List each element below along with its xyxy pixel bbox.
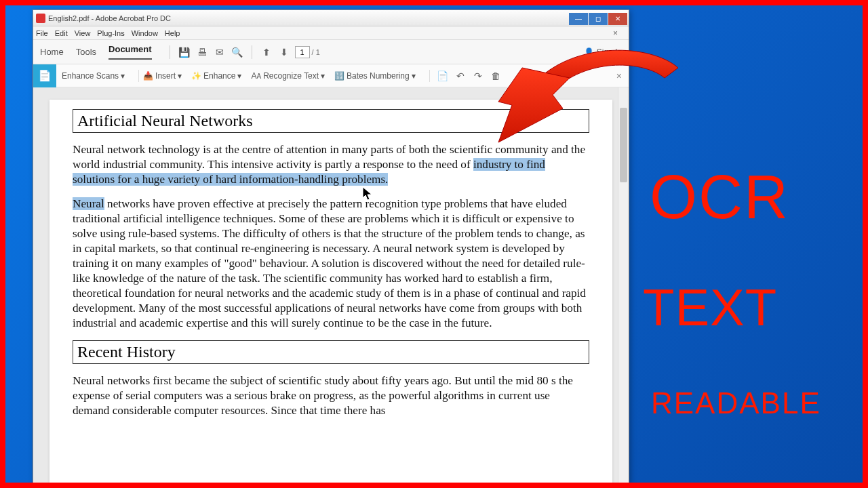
menu-file[interactable]: File [36, 29, 48, 37]
page-down-icon[interactable]: ⬇ [279, 47, 290, 58]
page-up-icon[interactable]: ⬆ [261, 47, 272, 58]
red-arrow-overlay [475, 41, 692, 176]
chevron-down-icon: ▾ [121, 71, 125, 81]
titlebar: English2.pdf - Adobe Acrobat Pro DC — ◻ … [33, 10, 629, 26]
undo-icon[interactable]: ↶ [455, 70, 466, 81]
overlay-text-readable: READABLE [651, 386, 821, 420]
enhance-icon: ✨ [191, 71, 201, 81]
insert-tool[interactable]: 📥Insert▾ [143, 71, 182, 81]
page-number-input[interactable] [295, 46, 310, 58]
menubar: File Edit View Plug-Ins Window Help × [33, 26, 629, 40]
overlay-text-ocr: OCR [650, 163, 789, 232]
menu-edit[interactable]: Edit [55, 29, 68, 37]
close-button[interactable]: ✕ [608, 13, 627, 25]
save-icon[interactable]: 💾 [179, 47, 190, 58]
enhance-scans-dropdown[interactable]: Enhance Scans▾ [62, 71, 125, 81]
paragraph-2[interactable]: Neural networks have proven effective at… [73, 197, 589, 331]
menubar-close-icon[interactable]: × [613, 28, 618, 38]
search-icon[interactable]: 🔍 [232, 47, 243, 58]
menu-window[interactable]: Window [132, 29, 158, 37]
print-icon[interactable]: 🖶 [197, 47, 208, 58]
menu-help[interactable]: Help [165, 29, 180, 37]
number-icon: 🔢 [334, 71, 344, 81]
text-icon: AA [251, 71, 261, 81]
add-page-icon[interactable]: 📄 [437, 70, 448, 81]
tab-home[interactable]: Home [40, 47, 64, 57]
bates-numbering-tool[interactable]: 🔢Bates Numbering▾ [334, 71, 416, 81]
chevron-down-icon: ▾ [321, 71, 325, 81]
overlay-text-text: TEXT [643, 278, 777, 337]
page-total: / 1 [312, 48, 320, 56]
menu-view[interactable]: View [75, 29, 91, 37]
paragraph-3[interactable]: Neural networks first became the subject… [73, 373, 589, 418]
maximize-button[interactable]: ◻ [589, 13, 608, 25]
chevron-down-icon: ▾ [412, 71, 416, 81]
section-title-2[interactable]: Recent History [77, 343, 585, 361]
pdf-icon [36, 14, 45, 23]
minimize-button[interactable]: — [569, 13, 588, 25]
insert-icon: 📥 [143, 71, 153, 81]
highlighted-word: Neural [73, 197, 104, 210]
enhance-scan-badge-icon[interactable]: 📄 [33, 64, 56, 87]
recognize-text-tool[interactable]: AARecognize Text▾ [251, 71, 325, 81]
mouse-cursor-icon [362, 186, 374, 203]
section-title-box-2: Recent History [73, 340, 589, 364]
window-controls: — ◻ ✕ [569, 12, 629, 25]
window-title: English2.pdf - Adobe Acrobat Pro DC [48, 14, 171, 22]
menu-plugins[interactable]: Plug-Ins [97, 29, 124, 37]
mail-icon[interactable]: ✉ [214, 47, 225, 58]
tab-document[interactable]: Document [108, 44, 152, 60]
enhance-tool[interactable]: ✨Enhance▾ [191, 71, 241, 81]
tab-tools[interactable]: Tools [76, 47, 96, 57]
chevron-down-icon: ▾ [178, 71, 182, 81]
chevron-down-icon: ▾ [237, 71, 241, 81]
